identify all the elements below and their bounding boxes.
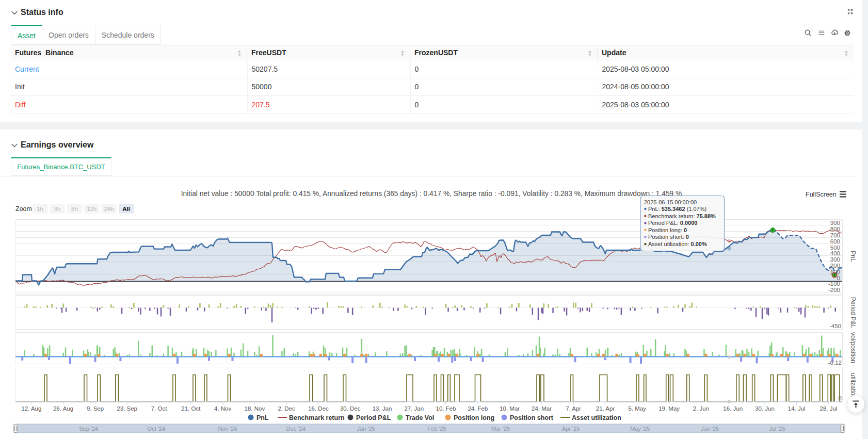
svg-text:14. Jul: 14. Jul: [788, 405, 806, 412]
svg-text:utilization: utilization: [849, 373, 857, 399]
svg-text:2025-06-15 00:00:00: 2025-06-15 00:00:00: [644, 199, 697, 205]
svg-text:-200: -200: [828, 287, 840, 293]
svg-text:18. Nov: 18. Nov: [245, 405, 265, 412]
svg-text:May '25: May '25: [630, 426, 650, 432]
svg-text:10. Mar: 10. Mar: [500, 405, 520, 412]
svg-text:12h: 12h: [87, 206, 97, 212]
svg-text:Dec '24: Dec '24: [286, 426, 306, 432]
svg-text:24. Feb: 24. Feb: [468, 405, 488, 412]
svg-text:Mar '25: Mar '25: [491, 426, 510, 432]
svg-text:19. May: 19. May: [658, 405, 680, 412]
svg-text:13. Jan: 13. Jan: [373, 405, 392, 412]
svg-text:Apr '25: Apr '25: [562, 426, 580, 432]
svg-text:600: 600: [830, 238, 840, 245]
svg-text:16. Jun: 16. Jun: [723, 405, 743, 412]
svg-text:0: 0: [839, 395, 842, 401]
svg-text:Jun '25: Jun '25: [701, 426, 719, 432]
svg-text:5. May: 5. May: [629, 405, 647, 412]
svg-text:800: 800: [830, 226, 840, 232]
svg-text:Benchmark return: Benchmark return: [289, 414, 345, 421]
svg-text:Position short: 0: Position short: 0: [648, 234, 689, 240]
svg-text:24h: 24h: [104, 206, 114, 212]
svg-text:Period P&L: 0.0000: Period P&L: 0.0000: [648, 220, 697, 226]
svg-text:Trade Vol: Trade Vol: [406, 414, 434, 421]
svg-text:23. Sep: 23. Sep: [117, 405, 137, 412]
svg-text:30. Jun: 30. Jun: [755, 405, 775, 412]
svg-text:24. Mar: 24. Mar: [532, 405, 552, 412]
svg-text:vol/position: vol/position: [849, 332, 857, 363]
svg-text:100: 100: [830, 269, 840, 275]
svg-text:-100: -100: [828, 281, 840, 287]
svg-text:28. Jul: 28. Jul: [820, 405, 838, 412]
svg-text:2. Dec: 2. Dec: [278, 405, 295, 412]
svg-text:Sep '24: Sep '24: [79, 426, 98, 432]
svg-text:4. Nov: 4. Nov: [214, 405, 231, 412]
svg-text:30. Dec: 30. Dec: [340, 405, 361, 412]
svg-text:Asset utilization: 0.00%: Asset utilization: 0.00%: [648, 241, 707, 247]
svg-text:Nov '24: Nov '24: [218, 426, 237, 432]
svg-text:500: 500: [830, 245, 840, 251]
svg-text:9. Sep: 9. Sep: [87, 405, 104, 412]
svg-text:21. Oct: 21. Oct: [181, 405, 201, 412]
svg-text:10. Feb: 10. Feb: [436, 405, 456, 412]
svg-text:All: All: [122, 206, 130, 212]
svg-text:Benchmark return: 75.88%: Benchmark return: 75.88%: [648, 213, 716, 219]
svg-text:3h: 3h: [54, 206, 61, 212]
svg-text:700: 700: [830, 232, 840, 238]
svg-text:21. Apr: 21. Apr: [596, 405, 615, 412]
svg-text:300: 300: [830, 256, 840, 263]
svg-text:0: 0: [837, 275, 840, 281]
svg-text:7. Oct: 7. Oct: [151, 405, 167, 412]
svg-text:Period P&L: Period P&L: [356, 414, 391, 421]
svg-text:900: 900: [830, 220, 840, 226]
svg-text:PnL: PnL: [849, 251, 857, 262]
svg-text:7. Apr: 7. Apr: [566, 405, 581, 412]
svg-text:Feb '25: Feb '25: [427, 426, 446, 432]
svg-text:Initial net value : 50000 Tota: Initial net value : 50000 Total profit: …: [181, 190, 682, 198]
svg-text:200: 200: [830, 263, 840, 269]
svg-text:16. Dec: 16. Dec: [308, 405, 329, 412]
svg-text:PnL: PnL: [256, 414, 269, 421]
svg-text:Period P&L: Period P&L: [849, 297, 857, 329]
svg-text:Jan '25: Jan '25: [357, 426, 375, 432]
svg-text:-0.12: -0.12: [828, 360, 842, 366]
svg-text:27. Jan: 27. Jan: [404, 405, 424, 412]
svg-text:FullScreen: FullScreen: [806, 191, 837, 198]
svg-text:Position short: Position short: [510, 414, 554, 421]
svg-text:Jul '25: Jul '25: [769, 426, 785, 432]
svg-text:Zoom: Zoom: [15, 205, 32, 213]
svg-text:2. Jun: 2. Jun: [693, 405, 709, 412]
svg-text:PnL: 535.3462 (1.07%): PnL: 535.3462 (1.07%): [648, 206, 706, 212]
svg-text:8h: 8h: [71, 206, 78, 212]
svg-text:12. Aug: 12. Aug: [21, 405, 41, 412]
svg-text:-450: -450: [829, 323, 841, 329]
svg-text:26. Aug: 26. Aug: [53, 405, 73, 412]
svg-text:Asset utilization: Asset utilization: [572, 414, 621, 421]
svg-text:Position long: 0: Position long: 0: [648, 227, 687, 233]
svg-text:Oct '24: Oct '24: [148, 426, 166, 432]
svg-text:400: 400: [830, 250, 840, 256]
svg-text:Position long: Position long: [454, 414, 494, 421]
svg-text:1h: 1h: [37, 206, 43, 212]
